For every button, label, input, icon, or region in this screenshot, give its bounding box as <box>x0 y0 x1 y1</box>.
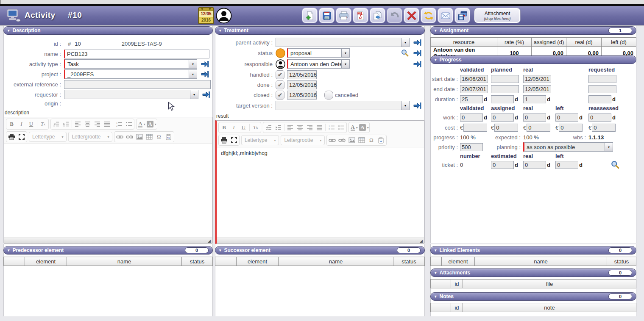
handled-date[interactable]: 12/05/2016 <box>287 70 317 79</box>
work-real-field[interactable] <box>523 113 546 122</box>
responsible-select[interactable]: Antoon van den Oetelaar ▾ <box>287 59 350 69</box>
print-button[interactable] <box>336 8 351 23</box>
refresh-button[interactable] <box>421 8 436 23</box>
table-button[interactable] <box>357 136 366 145</box>
text-color-button[interactable]: A ▾ <box>349 123 359 132</box>
align-right-icon[interactable] <box>305 123 315 132</box>
work-left-field[interactable] <box>555 113 578 122</box>
work-assigned-field[interactable] <box>491 113 514 122</box>
attachments-panel-header[interactable]: ▾ Attachments 0 <box>430 268 636 277</box>
goto-target-version-icon[interactable] <box>413 102 421 109</box>
undo-button[interactable] <box>387 8 402 23</box>
maximize-button[interactable] <box>17 132 26 141</box>
planning-select[interactable]: as soon as possible ▾ <box>523 142 613 152</box>
chevron-down-icon[interactable]: ▾ <box>189 60 197 68</box>
closed-date[interactable]: 12/05/2016 <box>287 91 317 100</box>
name-field[interactable] <box>64 50 209 58</box>
mail-button[interactable] <box>438 8 453 23</box>
calendar-widget[interactable]: 12/05 2016 <box>198 7 214 24</box>
target-version-select[interactable]: ▾ <box>276 101 410 110</box>
ticket-left-field[interactable] <box>555 161 578 169</box>
align-center-icon[interactable] <box>83 119 92 129</box>
goto-requestor-icon[interactable] <box>202 91 210 98</box>
background-color-button[interactable]: A ▾ <box>359 123 369 132</box>
image-button[interactable] <box>134 132 144 141</box>
paste-from-word-button[interactable]: W <box>164 132 173 141</box>
italic-button[interactable]: I <box>229 123 239 132</box>
resize-handle[interactable]: ◢ <box>420 239 423 243</box>
done-date[interactable]: 12/05/2016 <box>287 80 317 89</box>
unlink-button[interactable] <box>337 136 347 145</box>
end-planned-field[interactable] <box>491 85 519 93</box>
image-button[interactable] <box>347 136 357 145</box>
chevron-down-icon[interactable]: ▾ <box>401 101 409 110</box>
text-color-button[interactable]: A ▾ <box>137 119 147 129</box>
progress-panel-header[interactable]: ▾ Progress <box>430 55 636 64</box>
closed-checkbox[interactable]: ✔ <box>276 91 284 100</box>
done-checkbox[interactable]: ✔ <box>276 80 284 89</box>
result-editor-content[interactable]: dfghjkl;,mlnkbjvhcg <box>217 147 424 238</box>
underline-button[interactable]: U <box>239 123 248 132</box>
goto-responsible-icon[interactable] <box>413 61 421 68</box>
align-center-icon[interactable] <box>295 123 305 132</box>
print-document-button[interactable] <box>219 136 229 145</box>
special-char-button[interactable]: Ω <box>154 132 164 141</box>
print-document-button[interactable] <box>7 132 17 141</box>
bullet-list-button[interactable] <box>124 119 134 129</box>
cancelled-checkbox[interactable] <box>324 91 333 100</box>
align-right-icon[interactable] <box>92 119 102 129</box>
bullet-list-button[interactable] <box>336 123 346 132</box>
description-panel-header[interactable]: ▾ Description <box>3 26 213 35</box>
font-size-select[interactable]: Lettergrootte ▾ <box>281 135 325 145</box>
chevron-down-icon[interactable]: ▾ <box>190 90 198 99</box>
pdf-export-button[interactable]: PDF <box>353 8 368 23</box>
cost-left-field[interactable] <box>559 124 583 132</box>
italic-button[interactable]: I <box>17 119 26 129</box>
chevron-down-icon[interactable]: ▾ <box>605 143 613 151</box>
special-char-button[interactable]: Ω <box>366 136 376 145</box>
parent-activity-select[interactable]: ▾ <box>276 38 410 47</box>
cost-assigned-field[interactable] <box>494 124 518 132</box>
goto-activity-type-icon[interactable] <box>201 61 209 68</box>
remove-format-button[interactable]: Tx <box>38 119 48 129</box>
work-reassessed-field[interactable] <box>588 113 611 122</box>
goto-parent-icon[interactable] <box>413 39 421 46</box>
indent-button[interactable] <box>61 119 71 129</box>
attachment-drop-button[interactable]: Attachment (drop files here) <box>474 8 521 23</box>
requestor-select[interactable]: ▾ <box>64 90 198 99</box>
ticket-search-icon[interactable] <box>611 160 619 169</box>
start-requested-field[interactable] <box>588 75 616 83</box>
ticket-estimated-field[interactable] <box>491 161 514 169</box>
predecessor-panel-header[interactable]: ▾ Predecessor element 0 <box>3 246 213 255</box>
outdent-button[interactable] <box>264 123 273 132</box>
remove-format-button[interactable]: Tx <box>251 123 260 132</box>
chevron-down-icon[interactable]: ▾ <box>341 49 349 57</box>
ticket-real-field[interactable] <box>523 161 546 169</box>
project-select[interactable]: _2009EES ▾ <box>64 69 197 79</box>
ordered-list-button[interactable]: 12 <box>326 123 336 132</box>
chevron-down-icon[interactable]: ▾ <box>341 60 349 68</box>
priority-field[interactable] <box>460 143 483 151</box>
goto-project-icon[interactable] <box>201 71 209 78</box>
table-button[interactable] <box>144 132 154 141</box>
chevron-down-icon[interactable]: ▾ <box>401 38 409 47</box>
duration-requested-field[interactable] <box>588 95 611 103</box>
bold-button[interactable]: B <box>219 123 229 132</box>
outdent-button[interactable] <box>51 119 61 129</box>
duration-planned-field[interactable] <box>491 95 514 103</box>
link-button[interactable] <box>115 132 125 141</box>
paste-from-word-button[interactable]: W <box>376 136 386 145</box>
export-save-button[interactable] <box>454 8 470 23</box>
description-editor-content[interactable] <box>4 144 212 238</box>
start-validated-field[interactable] <box>460 75 488 83</box>
notes-panel-header[interactable]: ▾ Notes 0 <box>430 292 636 301</box>
cost-reassessed-field[interactable] <box>592 124 616 132</box>
cost-validated-field[interactable] <box>463 124 487 132</box>
background-color-button[interactable]: A ▾ <box>147 119 156 129</box>
align-justify-icon[interactable] <box>315 123 324 132</box>
external-reference-field[interactable] <box>64 80 211 89</box>
activity-type-select[interactable]: Task ▾ <box>64 59 197 69</box>
indent-button[interactable] <box>273 123 283 132</box>
align-left-icon[interactable] <box>285 123 295 132</box>
align-justify-icon[interactable] <box>102 119 112 129</box>
